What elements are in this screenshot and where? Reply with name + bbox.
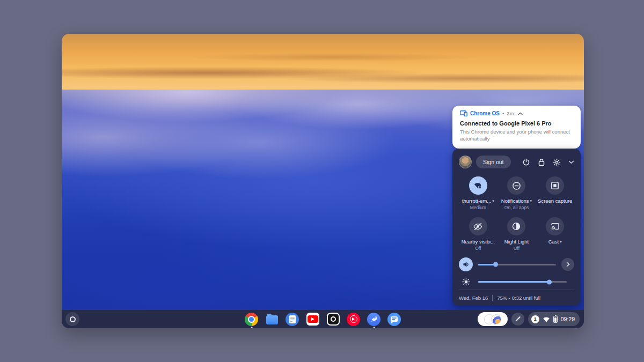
tile-screen-capture-label: Screen capture — [538, 198, 572, 204]
app-chrome[interactable] — [245, 312, 259, 326]
notification-count-badge: 1 — [531, 315, 539, 323]
app-explore[interactable] — [367, 312, 381, 326]
tile-night-light[interactable]: Night Light Off — [497, 217, 536, 251]
panel-battery-status: 75% - 0:32 until full — [497, 295, 540, 301]
tile-network[interactable]: thurrott-em...▾ Medium — [459, 176, 497, 210]
youtube-icon — [306, 313, 319, 326]
caret-down-icon: ▾ — [492, 199, 494, 203]
volume-slider-fill — [478, 264, 495, 265]
tile-nearby-sublabel: Off — [475, 246, 481, 251]
chromeos-screen: Chrome OS • 3m Connected to Google Pixel… — [62, 34, 584, 328]
app-files[interactable] — [265, 312, 279, 326]
app-youtube-music[interactable] — [347, 312, 361, 326]
clock: 09:29 — [561, 316, 575, 322]
tile-night-light-sublabel: Off — [514, 246, 519, 251]
tile-notifications-sublabel: On, all apps — [504, 205, 529, 210]
tote-thumbnail — [491, 314, 501, 324]
notification-card[interactable]: Chrome OS • 3m Connected to Google Pixel… — [452, 106, 581, 149]
app-youtube[interactable] — [306, 312, 320, 326]
volume-slider[interactable] — [478, 264, 556, 265]
wifi-lock-icon — [469, 176, 487, 195]
visibility-off-icon — [469, 217, 487, 235]
tile-network-sublabel: Medium — [470, 205, 486, 210]
shelf: 1 09:29 — [62, 310, 584, 328]
tile-nearby-label: Nearby visibi... — [462, 239, 495, 245]
tote-holding-space[interactable] — [478, 312, 508, 326]
notification-app-name: Chrome OS — [470, 110, 500, 116]
youtube-music-icon — [347, 313, 360, 326]
chevron-up-icon[interactable] — [518, 112, 523, 115]
stylus-pen-icon — [515, 316, 521, 322]
quick-settings-panel: Sign out thurro — [452, 149, 581, 306]
battery-icon — [553, 316, 558, 323]
launcher-circle-icon — [70, 316, 76, 322]
do-not-disturb-icon — [507, 176, 525, 195]
messages-icon — [387, 313, 401, 326]
tile-night-light-label: Night Light — [504, 239, 529, 245]
tile-nearby-visibility[interactable]: Nearby visibi... Off — [459, 217, 497, 251]
notification-dot: • — [502, 110, 504, 116]
volume-icon[interactable] — [459, 257, 473, 271]
app-docs[interactable] — [286, 312, 299, 326]
cast-icon — [546, 217, 564, 235]
lock-icon[interactable] — [538, 158, 545, 166]
audio-settings-chevron-right-icon[interactable] — [561, 258, 574, 271]
power-button[interactable] — [522, 158, 530, 166]
tile-cast-label: Cast — [548, 239, 559, 245]
stylus-tools-button[interactable] — [511, 313, 524, 326]
explore-rocket-icon — [367, 313, 380, 326]
tile-network-label: thurrott-em... — [462, 198, 491, 204]
files-folder-icon — [266, 315, 278, 324]
app-messages[interactable] — [387, 312, 401, 326]
footer-divider — [492, 295, 493, 301]
chrome-icon — [245, 313, 258, 326]
camera-icon — [327, 313, 340, 326]
docs-icon — [286, 313, 299, 326]
panel-date: Wed, Feb 16 — [459, 295, 488, 301]
caret-down-icon: ▾ — [530, 199, 532, 203]
app-camera[interactable] — [326, 312, 340, 326]
running-indicator — [373, 327, 375, 328]
brightness-icon — [459, 278, 473, 286]
settings-gear-icon[interactable] — [553, 158, 561, 166]
brightness-slider[interactable] — [478, 281, 567, 283]
chromeos-laptop-phone-icon — [460, 110, 467, 116]
wallpaper-sky — [62, 34, 584, 90]
night-light-icon — [507, 217, 525, 235]
notification-body: This Chrome device and your phone will c… — [460, 128, 573, 143]
notification-timestamp: 3m — [507, 110, 514, 116]
notification-title: Connected to Google Pixel 6 Pro — [460, 120, 573, 127]
sign-out-button[interactable]: Sign out — [476, 156, 511, 168]
system-tray: 1 09:29 — [478, 312, 580, 326]
screen-capture-icon — [546, 176, 564, 195]
chevron-down-icon[interactable] — [568, 160, 574, 164]
tile-notifications-label: Notifications — [501, 198, 529, 204]
launcher-button[interactable] — [65, 312, 79, 326]
user-avatar[interactable] — [459, 156, 472, 168]
shelf-apps — [245, 310, 401, 328]
brightness-slider-fill — [478, 281, 549, 283]
wifi-icon — [543, 316, 550, 322]
tile-screen-capture[interactable]: Screen capture — [536, 176, 574, 210]
caret-down-icon: ▾ — [560, 240, 562, 244]
tile-cast[interactable]: Cast▾ — [536, 217, 574, 251]
running-indicator — [251, 327, 252, 328]
tile-notifications[interactable]: Notifications▾ On, all apps — [497, 176, 536, 210]
status-area-button[interactable]: 1 09:29 — [528, 312, 580, 326]
